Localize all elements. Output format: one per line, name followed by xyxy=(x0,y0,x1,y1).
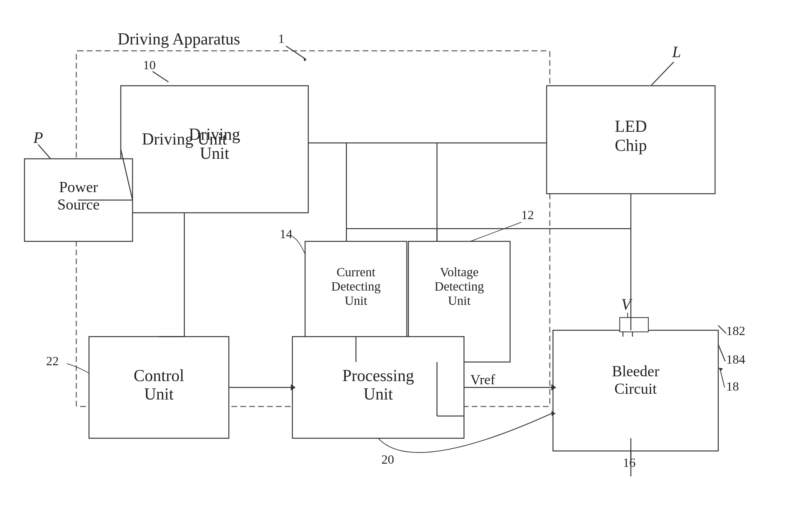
led-chip-text2: Chip xyxy=(615,136,647,154)
du-text2: Unit xyxy=(200,144,229,162)
ps-text2: Source xyxy=(57,196,99,213)
vdu-text3: Unit xyxy=(448,294,470,308)
cdu-text1: Current xyxy=(337,265,375,279)
driving-apparatus-label: Driving Apparatus xyxy=(118,30,240,48)
vdu-text1: Voltage xyxy=(440,265,478,279)
pu-text1: Processing xyxy=(342,366,414,385)
mosfet-symbol xyxy=(620,317,648,332)
ref-18: 18 xyxy=(726,379,739,393)
ref-12: 12 xyxy=(521,208,534,222)
vdu-text2: Detecting xyxy=(434,279,484,294)
vref-label: Vref xyxy=(470,372,495,388)
label-L: L xyxy=(672,43,681,61)
ps-text1: Power xyxy=(59,179,98,195)
ref-10: 10 xyxy=(143,58,156,72)
ref-20: 20 xyxy=(381,452,394,466)
cdu-text3: Unit xyxy=(345,294,367,308)
ref-182: 182 xyxy=(726,324,745,338)
cdu-text2: Detecting xyxy=(331,279,381,294)
ref-1: 1 xyxy=(278,31,285,46)
ref-16: 16 xyxy=(623,455,636,470)
bc-text2: Circuit xyxy=(614,380,657,397)
ref-14: 14 xyxy=(280,227,292,241)
cu-text1: Control xyxy=(134,366,184,385)
cu-text2: Unit xyxy=(144,385,174,403)
label-P: P xyxy=(33,129,43,146)
diagram-container: Driving Apparatus 1 10 Driving Unit Driv… xyxy=(0,0,812,517)
du-text1: Driving xyxy=(189,125,240,143)
bc-text1: Bleeder xyxy=(612,363,659,379)
pu-text2: Unit xyxy=(364,385,393,403)
led-chip-text1: LED xyxy=(615,117,647,135)
ref-184: 184 xyxy=(726,352,745,366)
ref-22: 22 xyxy=(46,354,59,368)
